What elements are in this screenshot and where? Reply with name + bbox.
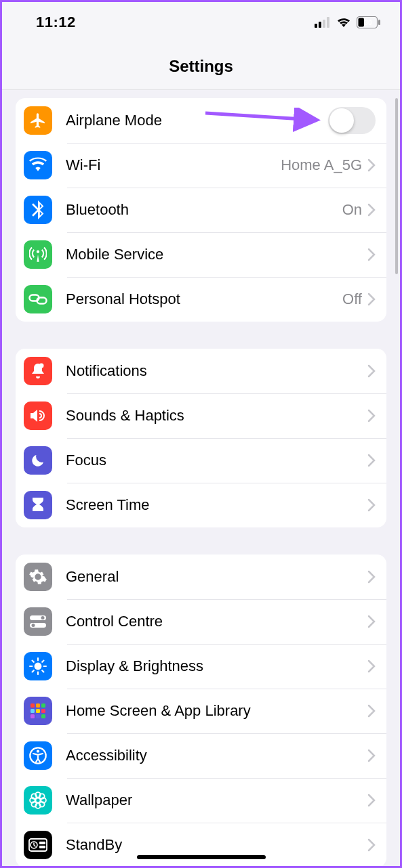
- link-icon: [24, 285, 52, 313]
- chevron-icon: [367, 704, 376, 718]
- accessibility-label: Accessibility: [66, 747, 367, 764]
- svg-rect-5: [359, 18, 365, 27]
- sun-icon: [24, 652, 52, 680]
- svg-rect-47: [39, 846, 45, 848]
- svg-rect-27: [31, 709, 35, 713]
- focus-label: Focus: [66, 452, 367, 469]
- scroll-indicator: [395, 98, 398, 274]
- chevron-icon: [367, 615, 376, 628]
- svg-rect-3: [327, 17, 329, 28]
- display-row[interactable]: Display & Brightness: [16, 644, 386, 689]
- svg-rect-26: [41, 703, 45, 708]
- settings-screen: 11:12 30 Settings Airplane Mode Wi-Fi Ho…: [2, 2, 400, 866]
- svg-rect-1: [319, 22, 321, 28]
- home-indicator[interactable]: [137, 855, 266, 859]
- svg-text:30: 30: [364, 19, 372, 26]
- svg-rect-2: [323, 20, 325, 28]
- page-title: Settings: [169, 57, 233, 76]
- wifi-label: Wi-Fi: [66, 156, 281, 174]
- network-group: Airplane Mode Wi-Fi Home A_5G Bluetooth …: [16, 98, 386, 322]
- mobile-label: Mobile Service: [66, 246, 367, 263]
- accessibility-row[interactable]: Accessibility: [16, 733, 386, 778]
- antenna-icon: [24, 240, 52, 269]
- svg-line-20: [33, 661, 34, 662]
- sounds-label: Sounds & Haptics: [66, 407, 367, 425]
- svg-point-12: [41, 616, 45, 620]
- notifications-row[interactable]: Notifications: [16, 349, 386, 393]
- mobile-service-row[interactable]: Mobile Service: [16, 232, 386, 277]
- svg-rect-32: [41, 714, 45, 718]
- speaker-icon: [24, 402, 52, 430]
- chevron-icon: [367, 409, 376, 422]
- wifi-detail: Home A_5G: [281, 156, 362, 174]
- svg-rect-29: [41, 709, 45, 713]
- bell-icon: [24, 357, 52, 385]
- hourglass-icon: [24, 491, 52, 519]
- wifi-row[interactable]: Wi-Fi Home A_5G: [16, 143, 386, 188]
- chevron-icon: [367, 838, 376, 852]
- settings-list[interactable]: Airplane Mode Wi-Fi Home A_5G Bluetooth …: [2, 90, 400, 866]
- chevron-icon: [367, 158, 376, 172]
- notify-group: Notifications Sounds & Haptics Focus Scr…: [16, 349, 386, 527]
- hotspot-detail: Off: [342, 290, 362, 308]
- chevron-icon: [367, 203, 376, 217]
- airplane-mode-label: Airplane Mode: [66, 112, 328, 129]
- accessibility-icon: [24, 741, 52, 770]
- status-time: 11:12: [36, 14, 76, 31]
- standby-label: StandBy: [66, 836, 367, 854]
- display-label: Display & Brightness: [66, 657, 367, 675]
- battery-icon: 30: [357, 16, 381, 28]
- moon-icon: [24, 446, 52, 475]
- svg-rect-44: [29, 839, 47, 851]
- control-centre-row[interactable]: Control Centre: [16, 599, 386, 644]
- bluetooth-detail: On: [342, 201, 362, 219]
- chevron-icon: [367, 248, 376, 261]
- sliders-icon: [24, 607, 52, 636]
- svg-rect-30: [31, 714, 35, 718]
- hotspot-label: Personal Hotspot: [66, 290, 342, 308]
- standby-row[interactable]: StandBy: [16, 823, 386, 866]
- wallpaper-label: Wallpaper: [66, 791, 367, 809]
- general-row[interactable]: General: [16, 555, 386, 599]
- chevron-icon: [367, 659, 376, 673]
- gear-icon: [24, 563, 52, 591]
- svg-line-21: [42, 670, 43, 672]
- chevron-icon: [367, 454, 376, 467]
- flower-icon: [24, 786, 52, 815]
- bluetooth-row[interactable]: Bluetooth On: [16, 188, 386, 232]
- app-grid-icon: [24, 697, 52, 725]
- wallpaper-row[interactable]: Wallpaper: [16, 778, 386, 823]
- focus-row[interactable]: Focus: [16, 438, 386, 483]
- status-bar: 11:12 30: [2, 2, 400, 43]
- control-label: Control Centre: [66, 613, 367, 630]
- svg-rect-25: [36, 703, 40, 708]
- chevron-icon: [367, 364, 376, 378]
- svg-point-15: [35, 663, 42, 670]
- bluetooth-icon: [24, 196, 52, 224]
- home-screen-row[interactable]: Home Screen & App Library: [16, 689, 386, 733]
- airplane-mode-row[interactable]: Airplane Mode: [16, 98, 386, 143]
- chevron-icon: [367, 749, 376, 762]
- svg-rect-0: [315, 24, 317, 28]
- airplane-mode-toggle[interactable]: [328, 107, 376, 134]
- screentime-label: Screen Time: [66, 496, 367, 514]
- svg-rect-24: [31, 703, 35, 708]
- chevron-icon: [367, 570, 376, 584]
- svg-line-23: [42, 661, 43, 662]
- sounds-row[interactable]: Sounds & Haptics: [16, 393, 386, 438]
- general-group: General Control Centre Display & Brightn…: [16, 555, 386, 866]
- svg-point-35: [36, 798, 41, 803]
- svg-rect-31: [36, 714, 40, 718]
- hotspot-row[interactable]: Personal Hotspot Off: [16, 277, 386, 322]
- clock-icon: [24, 831, 52, 859]
- svg-point-14: [32, 624, 35, 627]
- svg-point-10: [39, 364, 44, 368]
- notifications-label: Notifications: [66, 362, 367, 380]
- wifi-icon: [336, 17, 351, 28]
- screentime-row[interactable]: Screen Time: [16, 483, 386, 527]
- chevron-icon: [367, 498, 376, 512]
- svg-point-34: [37, 750, 39, 752]
- chevron-icon: [367, 292, 376, 306]
- svg-rect-46: [39, 842, 45, 844]
- wifi-settings-icon: [24, 151, 52, 179]
